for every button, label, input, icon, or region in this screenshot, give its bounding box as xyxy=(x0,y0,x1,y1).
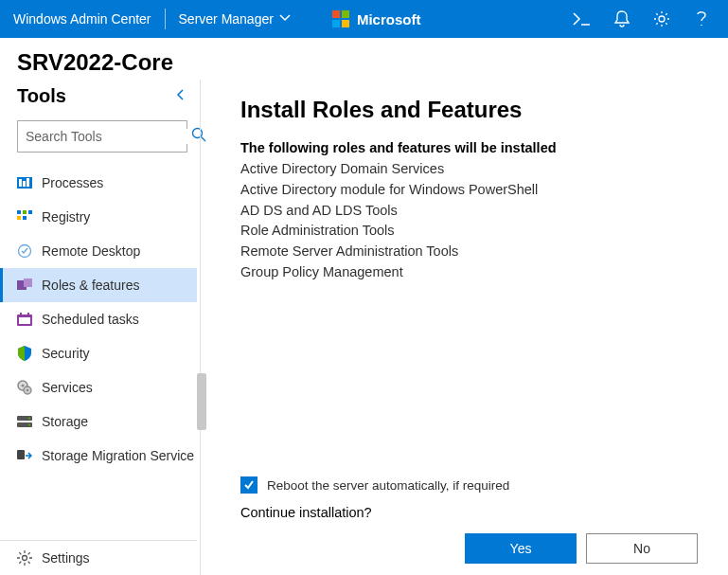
sidebar-item-services[interactable]: Services xyxy=(0,370,197,404)
svg-point-20 xyxy=(22,385,25,387)
roles-features-icon xyxy=(17,278,32,293)
reboot-row: Reboot the server automatically, if requ… xyxy=(240,476,701,494)
module-dropdown[interactable]: Server Manager xyxy=(166,11,298,27)
sidebar-item-storage-migration[interactable]: Storage Migration Service xyxy=(0,439,197,473)
scheduled-tasks-icon xyxy=(17,312,32,327)
yes-button[interactable]: Yes xyxy=(465,533,577,564)
svg-rect-5 xyxy=(27,178,29,187)
sidebar-item-security[interactable]: Security xyxy=(0,336,197,370)
install-subhead: The following roles and features will be… xyxy=(240,140,701,155)
tools-title: Tools xyxy=(17,85,66,107)
processes-icon xyxy=(17,175,32,190)
no-button[interactable]: No xyxy=(586,533,698,564)
shield-icon xyxy=(17,346,32,361)
registry-icon xyxy=(17,209,32,225)
sidebar-item-registry[interactable]: Registry xyxy=(0,200,197,234)
svg-point-25 xyxy=(28,424,30,426)
svg-point-21 xyxy=(27,389,28,391)
svg-rect-10 xyxy=(23,216,27,220)
tool-list: Processes Registry Remote Desktop Roles … xyxy=(0,166,197,473)
feature-line: AD DS and AD LDS Tools xyxy=(240,201,701,222)
scrollbar-thumb[interactable] xyxy=(197,373,206,430)
remote-desktop-icon xyxy=(17,243,32,259)
help-icon[interactable] xyxy=(692,9,711,28)
feature-line: Active Directory module for Windows Powe… xyxy=(240,180,701,201)
notifications-icon[interactable] xyxy=(613,9,631,28)
splitter[interactable] xyxy=(197,80,208,575)
svg-point-0 xyxy=(659,16,665,22)
feature-line: Active Directory Domain Services xyxy=(240,159,701,180)
search-tools-field[interactable] xyxy=(17,120,187,153)
page-title: Install Roles and Features xyxy=(240,97,701,123)
product-name[interactable]: Windows Admin Center xyxy=(9,11,165,27)
svg-rect-8 xyxy=(28,210,32,214)
svg-point-27 xyxy=(23,556,27,561)
sidebar-item-label: Storage Migration Service xyxy=(42,448,194,463)
body-area: Tools Processes Registry Remote Desktop xyxy=(0,80,728,575)
gear-icon[interactable] xyxy=(652,9,671,28)
sidebar: Tools Processes Registry Remote Desktop xyxy=(0,80,197,575)
powershell-icon[interactable] xyxy=(573,9,592,28)
services-icon xyxy=(17,380,32,395)
topbar-right xyxy=(573,9,719,28)
sidebar-item-scheduled-tasks[interactable]: Scheduled tasks xyxy=(0,302,197,336)
server-name: SRV2022-Core xyxy=(0,38,728,80)
svg-rect-16 xyxy=(20,313,22,316)
storage-icon xyxy=(17,414,32,429)
svg-rect-15 xyxy=(19,317,30,324)
sidebar-item-label: Registry xyxy=(42,209,90,225)
module-name: Server Manager xyxy=(179,11,274,27)
svg-point-24 xyxy=(28,418,30,420)
settings-strip: Settings xyxy=(0,540,197,575)
sidebar-item-label: Services xyxy=(42,380,93,395)
microsoft-logo-icon xyxy=(332,10,349,27)
svg-rect-9 xyxy=(17,216,21,220)
sidebar-item-label: Storage xyxy=(42,414,88,429)
chevron-down-icon xyxy=(279,11,291,27)
sidebar-item-remote-desktop[interactable]: Remote Desktop xyxy=(0,234,197,268)
continue-question: Continue installation? xyxy=(240,505,701,520)
feature-line: Group Policy Management xyxy=(240,262,701,283)
svg-rect-4 xyxy=(23,181,26,187)
sidebar-item-processes[interactable]: Processes xyxy=(0,166,197,200)
feature-line: Remote Server Administration Tools xyxy=(240,242,701,262)
sidebar-item-label: Roles & features xyxy=(42,278,140,293)
sidebar-item-label: Remote Desktop xyxy=(42,243,140,259)
sidebar-item-settings[interactable]: Settings xyxy=(0,541,197,575)
sidebar-item-roles-features[interactable]: Roles & features xyxy=(0,268,197,302)
svg-rect-6 xyxy=(17,210,21,214)
sidebar-item-label: Security xyxy=(42,346,90,361)
svg-rect-26 xyxy=(17,450,25,459)
content-panel: Install Roles and Features The following… xyxy=(208,80,728,575)
collapse-sidebar-icon[interactable] xyxy=(174,88,187,105)
microsoft-logo: Microsoft xyxy=(332,10,421,27)
reboot-label: Reboot the server automatically, if requ… xyxy=(267,478,509,493)
sidebar-item-label: Processes xyxy=(42,175,103,190)
svg-rect-17 xyxy=(27,313,29,316)
topbar-left: Windows Admin Center Server Manager Micr… xyxy=(9,9,420,29)
sidebar-item-storage[interactable]: Storage xyxy=(0,404,197,439)
tools-header: Tools xyxy=(17,85,197,107)
feature-line: Role Administration Tools xyxy=(240,221,701,242)
reboot-checkbox[interactable] xyxy=(240,476,257,494)
svg-rect-3 xyxy=(19,179,22,187)
microsoft-text: Microsoft xyxy=(357,11,421,27)
sidebar-item-label: Scheduled tasks xyxy=(42,312,139,327)
svg-rect-13 xyxy=(24,279,32,287)
gear-icon xyxy=(17,550,32,566)
storage-migration-icon xyxy=(17,448,32,463)
top-bar: Windows Admin Center Server Manager Micr… xyxy=(0,0,728,38)
confirmation-block: Reboot the server automatically, if requ… xyxy=(240,476,701,575)
button-row: Yes No xyxy=(240,533,701,564)
sidebar-item-label: Settings xyxy=(42,550,90,566)
search-input[interactable] xyxy=(26,129,191,144)
svg-rect-7 xyxy=(23,210,27,214)
